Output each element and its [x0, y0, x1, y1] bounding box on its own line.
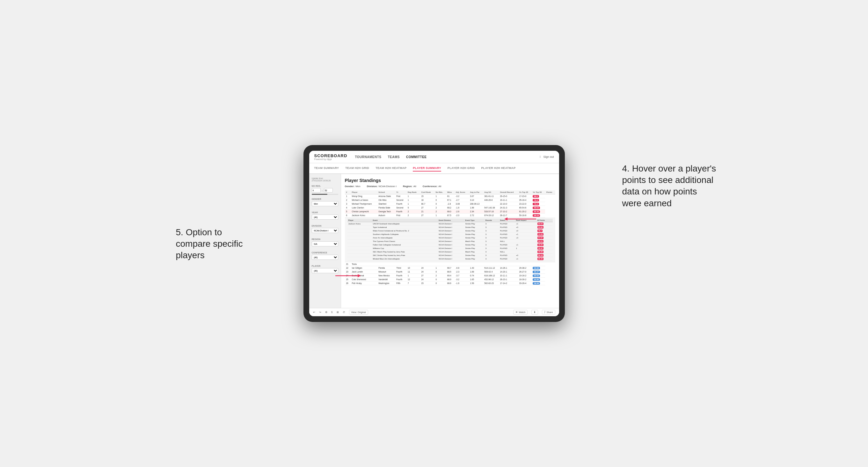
- points-badge[interactable]: 88.2: [533, 195, 539, 198]
- arrow-left-svg: [335, 273, 361, 279]
- sub-nav-player-h2h-heatmap[interactable]: PLAYER H2H HEATMAP: [481, 165, 516, 172]
- sidebar-player-select[interactable]: (All): [312, 268, 338, 273]
- sub-nav-team-h2h-grid[interactable]: TEAM H2H GRID: [345, 165, 369, 172]
- tooltip-row-item: Southern Highlands Collegiate NCAA Divis…: [347, 233, 553, 236]
- logo-text: SCOREBOARD: [314, 153, 347, 158]
- points-badge[interactable]: 60.27: [533, 271, 540, 273]
- clock-icon[interactable]: ⏱: [343, 311, 345, 314]
- points-badge[interactable]: 80.49: [533, 210, 540, 213]
- bottom-toolbar: ↩ ↪ ⚙ ⎘ ⊞ ⏱ View: Original 👁 Watch ⬇ ⤴ S…: [309, 308, 559, 316]
- nav-tabs: TOURNAMENTS TEAMS COMMITTEE: [355, 154, 532, 160]
- undo-icon[interactable]: ↩: [313, 311, 315, 314]
- sub-nav-player-summary[interactable]: PLAYER SUMMARY: [413, 165, 441, 172]
- header-right: ⁞ Sign out: [540, 155, 554, 158]
- tooltip-row-item: SEC Stroke Play hosted by Jerry Pate NCA…: [347, 254, 553, 257]
- sidebar-year-select[interactable]: (All): [312, 215, 338, 220]
- sidebar-gender-select[interactable]: Men: [312, 201, 338, 206]
- points-badge[interactable]: 88.54: [533, 207, 540, 209]
- share-button[interactable]: ⤴ Share: [542, 310, 555, 315]
- col-player: Player: [351, 190, 377, 194]
- table-row: 25 Cole Sherwood Vanderbilt Fourth 12 24…: [345, 278, 555, 281]
- redo-icon[interactable]: ↪: [319, 311, 321, 314]
- sub-nav: TEAM SUMMARY TEAM H2H GRID TEAM H2H HEAT…: [309, 163, 559, 174]
- col-adj-score: Adj. Score: [455, 190, 469, 194]
- points-badge[interactable]: 72.2: [533, 203, 539, 205]
- annotation-right: 4. Hover over a player's points to see a…: [622, 163, 718, 210]
- separator-icon: ⁞: [540, 155, 540, 158]
- tooltip-row-item: The Cypress Point Classic NCAA Division …: [347, 240, 553, 243]
- sub-nav-team-summary[interactable]: TEAM SUMMARY: [314, 165, 339, 172]
- col-school: School: [377, 190, 395, 194]
- scene: 5. Option to compare specific players 4.…: [259, 145, 610, 322]
- sidebar-slider[interactable]: [312, 194, 338, 195]
- col-overall: Overall Record: [499, 190, 518, 194]
- sidebar-rds-from[interactable]: [312, 188, 321, 192]
- sidebar-update-label: Update time: 27/01/2024 16:56:26: [312, 177, 338, 182]
- sidebar-year-section: Year (All): [312, 211, 338, 222]
- points-badge[interactable]: 60.95: [533, 278, 540, 281]
- col-vs50: Vs Top 50: [531, 190, 545, 194]
- nav-tab-teams[interactable]: TEAMS: [388, 154, 400, 160]
- col-avg-par: Avg to Par: [469, 190, 483, 194]
- sidebar-conference-select[interactable]: (All): [312, 255, 338, 260]
- tooltip-row-item: Tiger Invitational NCAA Division I Strok…: [347, 226, 553, 229]
- sidebar-rds-to[interactable]: [324, 188, 333, 192]
- copy-icon[interactable]: ⎘: [331, 311, 333, 314]
- sidebar-slider-fill: [312, 194, 328, 195]
- table-row: 26 Petr Hruby Washington Fifth 7 23 0 88…: [345, 281, 555, 285]
- points-badge[interactable]: 76.3: [533, 199, 539, 201]
- sidebar-division-select[interactable]: NCAA Division I: [312, 228, 338, 233]
- svg-marker-3: [504, 217, 507, 221]
- nav-tab-tournaments[interactable]: TOURNAMENTS: [355, 154, 381, 160]
- table-row: 2 Michael La Sasso Ole Miss Second 1 18 …: [345, 198, 555, 202]
- col-points: Points: [545, 190, 555, 194]
- col-conf-rank: Conf Rank: [420, 190, 434, 194]
- filter-division: Division: NCAA Division I: [367, 185, 397, 188]
- table-row: 1 Wenyi Ding Arizona State First 1 15 1 …: [345, 194, 555, 198]
- sidebar-region-label: Region: [312, 238, 338, 240]
- logo-sub: Powered by clippi: [314, 158, 347, 160]
- col-yr: Yr: [395, 190, 406, 194]
- table-row-highlighted: 5 Christo Lamprecht Georgia Tech Fourth …: [345, 210, 555, 214]
- tooltip-row-item: Williams Cup NCAA Division I Stroke Play…: [347, 247, 553, 250]
- sidebar-year-label: Year: [312, 211, 338, 214]
- sub-nav-team-h2h-heatmap[interactable]: TEAM H2H HEATMAP: [375, 165, 406, 172]
- sidebar-region-select[interactable]: N/A: [312, 241, 338, 246]
- watch-button[interactable]: 👁 Watch: [513, 310, 528, 315]
- points-badge[interactable]: 60.02: [533, 275, 540, 277]
- settings-icon[interactable]: ⚙: [325, 311, 328, 314]
- filter-gender: Gender: Men: [345, 185, 361, 188]
- sidebar-nords-range: -: [312, 188, 338, 192]
- sidebar-update-section: Update time: 27/01/2024 16:56:26: [312, 177, 338, 182]
- tooltip-expanded-row: Player Event Event Division Event Type R…: [345, 217, 555, 262]
- annotation-left: 5. Option to compare specific players: [176, 227, 252, 261]
- download-button[interactable]: ⬇: [531, 310, 538, 315]
- view-original-button[interactable]: View: Original: [349, 310, 368, 315]
- points-badge[interactable]: 58.49: [533, 282, 540, 285]
- sidebar-nords-section: No Rds. -: [312, 185, 338, 195]
- col-avg-sg: Avg SG: [483, 190, 499, 194]
- left-sidebar: Update time: 27/01/2024 16:56:26 No Rds.…: [309, 174, 341, 308]
- filter-conference: Conference: All: [423, 185, 441, 188]
- sidebar-division-label: Division: [312, 225, 338, 227]
- table-row: 21 Testu: [345, 262, 555, 266]
- standings-panel: Player Standings Gender: Men Division: N…: [341, 174, 559, 308]
- tooltip-row-item: SEC Match Play hosted by Jerry Pate NCAA…: [347, 250, 553, 254]
- standings-title: Player Standings: [345, 178, 555, 183]
- standings-filters: Gender: Men Division: NCAA Division I Re…: [345, 185, 555, 188]
- nav-tab-committee[interactable]: COMMITTEE: [406, 154, 427, 160]
- sub-nav-player-h2h-grid[interactable]: PLAYER H2H GRID: [447, 165, 475, 172]
- sign-out-button[interactable]: Sign out: [543, 155, 554, 158]
- share-icon: ⤴: [544, 311, 546, 314]
- tooltip-row-item: Jackson Koivu UNCW Seahawk Intercollegia…: [347, 222, 553, 226]
- tooltip-inner-table: Player Event Event Division Event Type R…: [347, 219, 553, 261]
- sidebar-conference-section: Conference (All): [312, 251, 338, 262]
- col-reg-rank: Reg Rank: [406, 190, 420, 194]
- tooltip-row-item: Amer An Intercollegiate NCAA Division I …: [347, 236, 553, 240]
- app-header: SCOREBOARD Powered by clippi TOURNAMENTS…: [309, 151, 559, 163]
- layout-icon[interactable]: ⊞: [337, 311, 339, 314]
- points-badge[interactable]: 60.58: [533, 267, 540, 269]
- main-content: Update time: 27/01/2024 16:56:26 No Rds.…: [309, 174, 559, 308]
- table-row: 22 Ian Gilligan Florida Third 10 24 1 68…: [345, 266, 555, 270]
- tooltip-row-item: Fallen Oak Collegiate Invitational NCAA …: [347, 243, 553, 247]
